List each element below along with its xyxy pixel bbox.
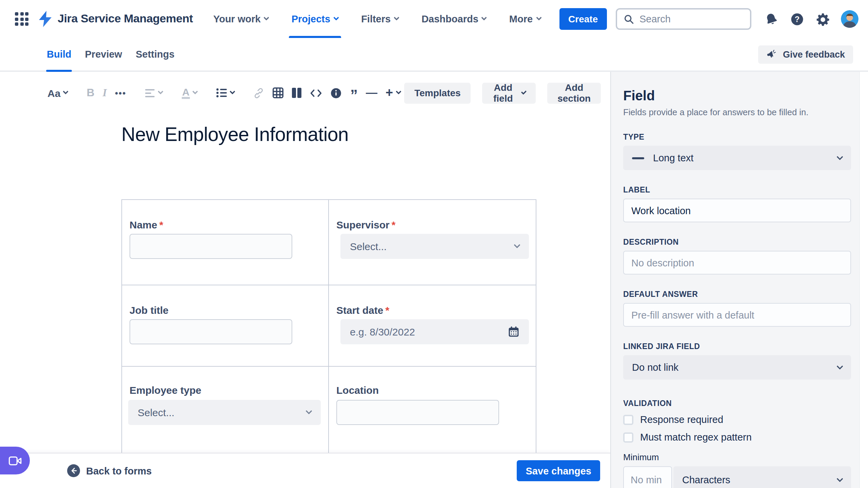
form-title[interactable]: New Employee Information (121, 123, 349, 146)
video-help-button[interactable] (0, 447, 30, 474)
chevron-down-icon (334, 15, 339, 20)
chevron-down-icon (836, 475, 843, 482)
job-title-text-input[interactable] (130, 319, 292, 344)
svg-text:?: ? (794, 15, 799, 23)
app-switcher-icon[interactable] (15, 12, 28, 26)
response-required-option[interactable]: Response required (623, 414, 851, 425)
alignment-button[interactable] (145, 88, 162, 97)
tab-settings[interactable]: Settings (135, 38, 175, 70)
field-cell-job-title[interactable]: Job title (122, 285, 329, 367)
chevron-down-icon (63, 89, 68, 94)
table-button[interactable] (273, 87, 284, 98)
start-date-picker[interactable]: e.g. 8/30/2022 (340, 319, 529, 344)
editor-toolbar: Aa B I ••• A (0, 72, 610, 114)
default-answer-input[interactable]: Pre-fill answer with a default (623, 303, 851, 327)
save-changes-button[interactable]: Save changes (517, 460, 600, 481)
chevron-down-icon (305, 408, 312, 414)
search-icon (624, 14, 634, 24)
field-label: Location (336, 384, 379, 396)
chevron-down-icon (394, 15, 399, 20)
employee-type-select[interactable]: Select... (128, 400, 321, 425)
canvas-footer-bar: Back to forms Save changes (0, 453, 610, 488)
builder-tabs: Build Preview Settings (46, 38, 175, 70)
default-answer-label: DEFAULT ANSWER (623, 290, 851, 298)
field-settings-panel: Field Fields provide a place for answers… (610, 72, 868, 488)
text-styles-button[interactable]: Aa (47, 87, 67, 99)
nav-dashboards[interactable]: Dashboards (421, 0, 486, 38)
app-window: Jira Service Management Your work Projec… (0, 0, 868, 488)
primary-nav: Your work Projects Filters Dashboards Mo… (213, 0, 540, 38)
field-type-select[interactable]: Long text (623, 146, 851, 170)
minimum-label: Minimum (623, 452, 851, 462)
field-cell-name[interactable]: Name* (122, 200, 329, 285)
quote-button[interactable]: ” (350, 87, 358, 99)
layouts-button[interactable] (292, 87, 302, 98)
add-section-button[interactable]: Add section (547, 82, 601, 103)
field-label: Employee type (130, 384, 201, 396)
checkbox-icon[interactable] (623, 414, 633, 425)
field-label: Job title (130, 304, 169, 316)
checkbox-icon[interactable] (623, 432, 633, 442)
product-title: Jira Service Management (58, 12, 193, 26)
help-icon[interactable]: ? (789, 12, 804, 26)
form-canvas[interactable]: New Employee Information Name* Superviso… (0, 114, 610, 453)
tab-preview[interactable]: Preview (84, 38, 123, 70)
divider-button[interactable]: — (366, 86, 377, 100)
chevron-down-icon (230, 89, 235, 94)
field-cell-employee-type[interactable]: Employee type Select... (122, 367, 329, 453)
nav-projects[interactable]: Projects (292, 0, 338, 38)
settings-gear-icon[interactable] (815, 12, 830, 26)
tab-build[interactable]: Build (46, 38, 72, 70)
text-color-button[interactable]: A (181, 87, 197, 99)
chevron-down-icon (514, 242, 520, 248)
panel-scrollbar[interactable] (859, 72, 868, 488)
location-text-input[interactable] (336, 400, 499, 425)
chevron-down-icon (193, 89, 198, 94)
calendar-icon (508, 326, 519, 338)
search-placeholder: Search (639, 14, 671, 24)
minimum-value-input[interactable]: No min (623, 466, 672, 488)
video-camera-icon (8, 454, 22, 467)
builder-action-buttons: Templates Add field Add section (404, 82, 614, 103)
columns-icon (292, 87, 302, 98)
regex-pattern-option[interactable]: Must match regex pattern (623, 432, 851, 443)
nav-filters[interactable]: Filters (361, 0, 398, 38)
info-panel-button[interactable] (331, 87, 342, 99)
italic-button[interactable]: I (103, 87, 107, 99)
validation-label: VALIDATION (623, 399, 851, 407)
back-to-forms-button[interactable]: Back to forms (67, 464, 152, 477)
field-label: Name (130, 219, 157, 230)
minimum-unit-select[interactable]: Characters (673, 466, 851, 488)
panel-subtitle: Fields provide a place for answers to be… (623, 107, 851, 117)
insert-button[interactable]: + (386, 87, 400, 98)
field-label: Start date (336, 304, 383, 316)
user-avatar[interactable] (841, 10, 859, 28)
nav-your-work[interactable]: Your work (213, 0, 269, 38)
link-button[interactable] (253, 87, 265, 99)
more-formatting-button[interactable]: ••• (115, 88, 126, 98)
create-button[interactable]: Create (559, 8, 607, 30)
nav-more[interactable]: More (509, 0, 540, 38)
chevron-down-icon (521, 89, 527, 94)
field-cell-location[interactable]: Location (329, 367, 536, 453)
minimum-row: No min Characters (623, 466, 851, 488)
give-feedback-button[interactable]: Give feedback (758, 45, 853, 63)
linked-jira-field-select[interactable]: Do not link (623, 355, 851, 380)
jira-logo[interactable]: Jira Service Management (38, 11, 193, 27)
lists-button[interactable] (216, 88, 234, 98)
templates-button[interactable]: Templates (404, 82, 471, 103)
form-builder-tabs-bar: Build Preview Settings Give feedback (0, 38, 868, 72)
main-area: Aa B I ••• A (0, 72, 868, 488)
field-label-input[interactable]: Work location (623, 199, 851, 222)
supervisor-select[interactable]: Select... (340, 234, 529, 259)
field-cell-start-date[interactable]: Start date* e.g. 8/30/2022 (329, 285, 536, 367)
notifications-icon[interactable] (764, 12, 778, 26)
chevron-down-icon (264, 15, 269, 20)
field-description-input[interactable]: No description (623, 251, 851, 274)
field-cell-supervisor[interactable]: Supervisor* Select... (329, 200, 536, 285)
search-input[interactable]: Search (616, 8, 751, 30)
code-block-button[interactable] (310, 88, 322, 98)
bold-button[interactable]: B (86, 87, 94, 99)
name-text-input[interactable] (130, 234, 292, 259)
add-field-button[interactable]: Add field (482, 82, 536, 103)
